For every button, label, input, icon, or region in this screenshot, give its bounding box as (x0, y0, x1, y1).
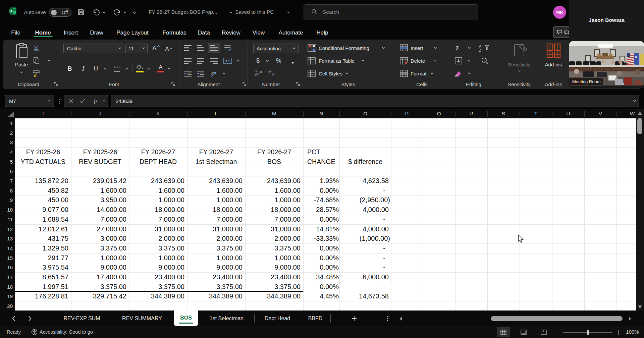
svg-text:A: A (479, 44, 481, 48)
svg-text:.00: .00 (254, 73, 259, 77)
svg-text:X: X (10, 9, 12, 13)
svg-text:.0: .0 (271, 73, 274, 77)
svg-text:.00: .00 (267, 70, 271, 74)
svg-text:ab: ab (210, 71, 215, 75)
svg-text:.0: .0 (259, 70, 262, 74)
svg-text:Z: Z (479, 48, 481, 52)
